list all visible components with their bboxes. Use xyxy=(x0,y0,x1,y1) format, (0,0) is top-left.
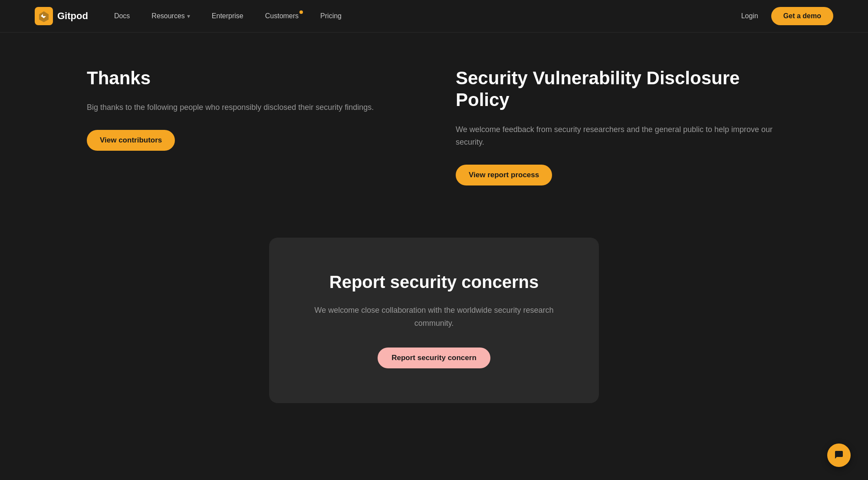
login-link[interactable]: Login xyxy=(741,12,758,20)
card-title: Report security concerns xyxy=(312,272,556,292)
nav-customers[interactable]: Customers xyxy=(265,12,299,20)
report-security-concern-button[interactable]: Report security concern xyxy=(378,348,490,368)
logo-text: Gitpod xyxy=(57,10,88,22)
nav-pricing[interactable]: Pricing xyxy=(320,12,342,20)
nav-resources[interactable]: Resources ▾ xyxy=(151,12,190,20)
view-report-process-button[interactable]: View report process xyxy=(456,165,552,185)
two-col-section: Thanks Big thanks to the following peopl… xyxy=(87,67,781,185)
main-content: Thanks Big thanks to the following peopl… xyxy=(0,33,868,447)
policy-section: Security Vulnerability Disclosure Policy… xyxy=(456,67,781,185)
logo-link[interactable]: Gitpod xyxy=(35,7,88,25)
chat-bubble-button[interactable] xyxy=(827,444,851,467)
thanks-title: Thanks xyxy=(87,67,412,89)
chevron-down-icon: ▾ xyxy=(187,13,190,20)
card-text: We welcome close collaboration with the … xyxy=(312,304,556,330)
card-section: Report security concerns We welcome clos… xyxy=(87,238,781,403)
get-demo-button[interactable]: Get a demo xyxy=(771,7,833,25)
nav-docs[interactable]: Docs xyxy=(114,12,130,20)
nav-right: Login Get a demo xyxy=(741,7,833,25)
thanks-text: Big thanks to the following people who r… xyxy=(87,101,412,114)
nav-links: Docs Resources ▾ Enterprise Customers Pr… xyxy=(114,12,741,20)
thanks-section: Thanks Big thanks to the following peopl… xyxy=(87,67,412,185)
chat-icon xyxy=(833,450,845,461)
view-contributors-button[interactable]: View contributors xyxy=(87,130,175,151)
report-security-card: Report security concerns We welcome clos… xyxy=(269,238,599,403)
gitpod-logo-icon xyxy=(35,7,53,25)
customers-notification-dot xyxy=(299,10,303,14)
policy-text: We welcome feedback from security resear… xyxy=(456,123,781,149)
policy-title: Security Vulnerability Disclosure Policy xyxy=(456,67,781,111)
nav-enterprise[interactable]: Enterprise xyxy=(212,12,243,20)
navbar: Gitpod Docs Resources ▾ Enterprise Custo… xyxy=(0,0,868,33)
